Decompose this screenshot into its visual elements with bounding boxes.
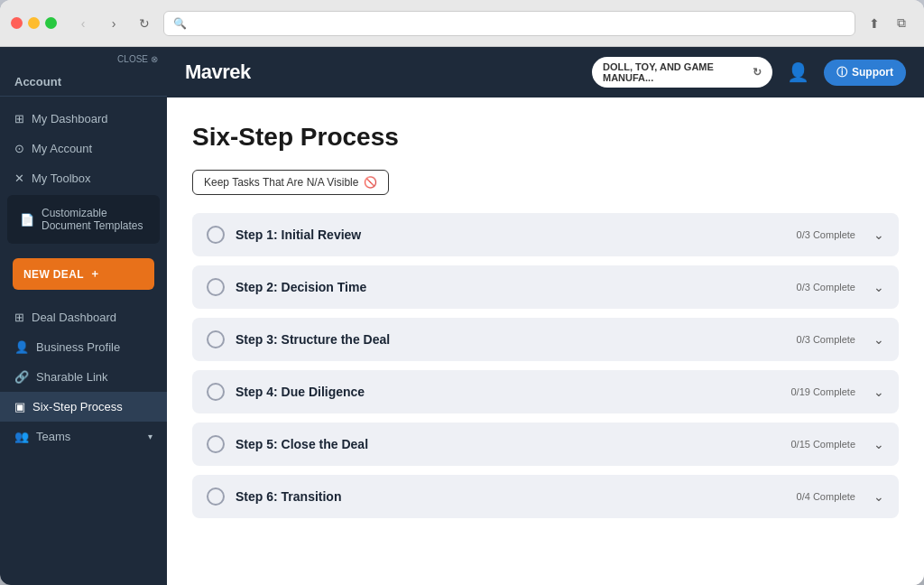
- step-circle-5: [207, 435, 225, 453]
- new-deal-button[interactable]: NEW DEAL ＋: [13, 258, 154, 290]
- support-label: Support: [852, 66, 893, 79]
- step-chevron-4: ⌄: [873, 385, 884, 399]
- step-label-2: Step 2: Decision Time: [236, 280, 786, 294]
- back-button[interactable]: ‹: [71, 12, 95, 35]
- sidebar-item-label: Six-Step Process: [32, 400, 123, 413]
- close-sidebar-button[interactable]: CLOSE ⊗: [117, 54, 158, 64]
- account-icon: ⊙: [14, 142, 24, 155]
- close-traffic-light[interactable]: [11, 17, 23, 29]
- step-complete-2: 0/3 Complete: [797, 282, 855, 292]
- step-circle-4: [207, 383, 225, 401]
- step-circle-1: [207, 226, 225, 244]
- steps-list: Step 1: Initial Review 0/3 Complete ⌄ St…: [192, 213, 899, 518]
- company-badge[interactable]: DOLL, TOY, AND GAME MANUFA... ↻: [592, 57, 772, 88]
- share-button[interactable]: ⬆: [863, 12, 886, 35]
- new-deal-label: NEW DEAL: [23, 268, 84, 281]
- sidebar-item-teams[interactable]: 👥 Teams ▾: [0, 422, 167, 451]
- sharable-link-icon: 🔗: [14, 370, 29, 384]
- sidebar-item-label: Teams: [36, 430, 70, 443]
- app-logo: Mavrek: [185, 60, 251, 84]
- sidebar-item-my-account[interactable]: ⊙ My Account: [0, 134, 167, 163]
- step-circle-3: [207, 330, 225, 348]
- window-actions: ⬆ ⧉: [863, 12, 913, 35]
- sidebar-nav-deal: ⊞ Deal Dashboard 👤 Business Profile 🔗 Sh…: [0, 299, 167, 455]
- step-row-4[interactable]: Step 4: Due Diligence 0/19 Complete ⌄: [192, 370, 899, 413]
- support-button[interactable]: ⓘ Support: [824, 60, 906, 86]
- app-header: Mavrek DOLL, TOY, AND GAME MANUFA... ↻ 👤…: [167, 47, 924, 98]
- sidebar-item-six-step-process[interactable]: ▣ Six-Step Process: [0, 392, 167, 422]
- close-icon: ⊗: [151, 54, 158, 64]
- step-label-1: Step 1: Initial Review: [236, 228, 786, 242]
- step-chevron-6: ⌄: [873, 489, 884, 504]
- filter-icon: 🚫: [364, 176, 377, 189]
- step-circle-6: [207, 488, 225, 506]
- step-label-6: Step 6: Transition: [236, 489, 786, 504]
- sidebar-nav-main: ⊞ My Dashboard ⊙ My Account ✕ My Toolbox…: [0, 100, 167, 249]
- sidebar-item-label: Business Profile: [36, 340, 120, 354]
- toolbox-icon: ✕: [14, 172, 24, 185]
- sidebar-item-business-profile[interactable]: 👤 Business Profile: [0, 332, 167, 362]
- company-name: DOLL, TOY, AND GAME MANUFA...: [603, 61, 747, 83]
- sidebar-item-label: Deal Dashboard: [32, 311, 116, 324]
- maximize-traffic-light[interactable]: [45, 17, 57, 29]
- step-row-3[interactable]: Step 3: Structure the Deal 0/3 Complete …: [192, 318, 899, 361]
- teams-icon: 👥: [14, 430, 29, 443]
- sidebar-item-label: My Toolbox: [32, 172, 91, 185]
- sidebar-close-bar: CLOSE ⊗: [0, 47, 167, 68]
- sidebar-item-customizable-templates[interactable]: 📄 Customizable Document Templates: [11, 200, 156, 238]
- sidebar-item-deal-dashboard[interactable]: ⊞ Deal Dashboard: [0, 302, 167, 332]
- user-profile-icon[interactable]: 👤: [787, 61, 809, 83]
- sidebar-item-label: Sharable Link: [36, 370, 108, 384]
- dashboard-icon: ⊞: [14, 112, 24, 125]
- business-profile-icon: 👤: [14, 340, 29, 354]
- sidebar-item-label: Customizable Document Templates: [42, 207, 147, 232]
- step-chevron-2: ⌄: [873, 280, 884, 294]
- filter-bar: Keep Tasks That Are N/A Visible 🚫: [192, 170, 899, 195]
- refresh-button[interactable]: ↻: [133, 12, 156, 35]
- step-row-1[interactable]: Step 1: Initial Review 0/3 Complete ⌄: [192, 213, 899, 256]
- step-chevron-5: ⌄: [873, 437, 884, 451]
- step-label-5: Step 5: Close the Deal: [236, 437, 780, 451]
- step-chevron-1: ⌄: [873, 228, 884, 242]
- company-refresh-icon[interactable]: ↻: [753, 66, 762, 79]
- url-input[interactable]: [192, 17, 845, 30]
- toolbox-submenu: 📄 Customizable Document Templates: [7, 195, 160, 244]
- sidebar-item-my-dashboard[interactable]: ⊞ My Dashboard: [0, 104, 167, 134]
- sidebar-item-label: My Account: [32, 142, 92, 155]
- fullscreen-button[interactable]: ⧉: [890, 12, 913, 35]
- plus-icon: ＋: [89, 266, 100, 282]
- main-area: Mavrek DOLL, TOY, AND GAME MANUFA... ↻ 👤…: [167, 47, 924, 585]
- step-complete-6: 0/4 Complete: [797, 491, 855, 502]
- deal-dashboard-icon: ⊞: [14, 311, 24, 324]
- forward-button[interactable]: ›: [102, 12, 125, 35]
- doc-icon: 📄: [20, 213, 34, 227]
- step-label-4: Step 4: Due Diligence: [236, 385, 780, 399]
- support-circle-icon: ⓘ: [836, 65, 847, 80]
- step-label-3: Step 3: Structure the Deal: [236, 332, 786, 347]
- step-row-6[interactable]: Step 6: Transition 0/4 Complete ⌄: [192, 475, 899, 518]
- titlebar: ‹ › ↻ 🔍 ⬆ ⧉: [0, 0, 924, 47]
- sidebar: CLOSE ⊗ Account ⊞ My Dashboard ⊙ My Acco…: [0, 47, 167, 585]
- content-area: Six-Step Process Keep Tasks That Are N/A…: [167, 98, 924, 585]
- step-complete-5: 0/15 Complete: [790, 439, 855, 450]
- step-row-5[interactable]: Step 5: Close the Deal 0/15 Complete ⌄: [192, 422, 899, 466]
- step-chevron-3: ⌄: [873, 332, 884, 347]
- app-window: ‹ › ↻ 🔍 ⬆ ⧉ CLOSE ⊗ Account ⊞ My: [0, 0, 924, 585]
- teams-chevron-icon: ▾: [148, 432, 152, 441]
- step-complete-1: 0/3 Complete: [797, 229, 855, 240]
- url-bar: 🔍: [163, 11, 855, 36]
- close-label-text: CLOSE: [117, 54, 148, 64]
- page-title: Six-Step Process: [192, 123, 899, 152]
- step-complete-3: 0/3 Complete: [797, 334, 855, 345]
- traffic-lights: [11, 17, 57, 29]
- step-circle-2: [207, 278, 225, 296]
- app-body: CLOSE ⊗ Account ⊞ My Dashboard ⊙ My Acco…: [0, 47, 924, 585]
- sidebar-item-my-toolbox[interactable]: ✕ My Toolbox: [0, 163, 167, 193]
- sidebar-item-sharable-link[interactable]: 🔗 Sharable Link: [0, 362, 167, 392]
- step-complete-4: 0/19 Complete: [790, 386, 855, 397]
- step-row-2[interactable]: Step 2: Decision Time 0/3 Complete ⌄: [192, 265, 899, 309]
- search-icon: 🔍: [173, 17, 187, 30]
- filter-na-button[interactable]: Keep Tasks That Are N/A Visible 🚫: [192, 170, 389, 195]
- six-step-icon: ▣: [14, 400, 25, 413]
- minimize-traffic-light[interactable]: [28, 17, 40, 29]
